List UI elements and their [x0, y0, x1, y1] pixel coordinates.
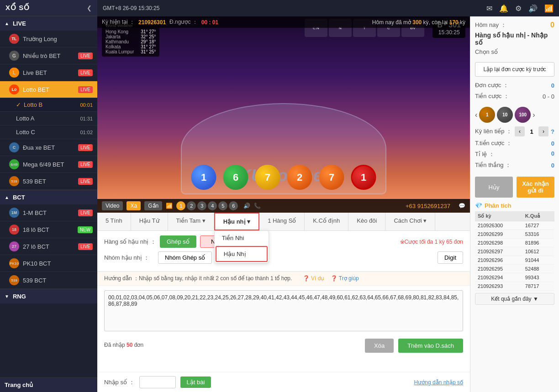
sidebar-item-mega[interactable]: 6/49 Mega 6/49 BET LIVE	[0, 156, 97, 173]
lotto-b-time: 00:01	[80, 102, 93, 108]
nhap-so-field[interactable]	[139, 376, 176, 388]
number-textarea[interactable]: 00,01,02,03,04,05,06,07,08,09,20,21,22,2…	[104, 290, 463, 331]
table-row: 21092629499343	[475, 273, 554, 282]
sidebar-item-27lo[interactable]: 27 27 lô BCT LIVE	[0, 238, 97, 255]
tab-1[interactable]: 1	[176, 201, 185, 210]
tab-haunhi-dropdown[interactable]: Hậu nhị ▾ Tiền Nhi Hậu Nhị	[214, 213, 259, 230]
d-nguoc-value: 00 : 01	[201, 19, 218, 26]
arrow-bct: ▲	[5, 195, 9, 200]
live-bet-label: Live BET	[23, 69, 76, 76]
lat-bai-btn[interactable]: Lật bài	[180, 376, 211, 388]
truong-long-icon: TL	[9, 34, 19, 44]
sidebar-item-truong-long[interactable]: TL Trường Long	[0, 31, 97, 47]
vi-du-link[interactable]: ❓ Ví dụ	[303, 275, 325, 282]
mega-label: Mega 6/49 BET	[23, 161, 76, 168]
xa-btn[interactable]: Xa	[127, 201, 141, 210]
tab-keodoi[interactable]: Kèo đôi	[348, 213, 385, 230]
tab-kcodinh[interactable]: K.Cố định	[305, 213, 348, 230]
volume-icon[interactable]: 🔊	[528, 4, 538, 13]
section-rng[interactable]: ▼ RNG	[0, 289, 97, 303]
tab-hautu[interactable]: Hậu Tứ	[131, 213, 168, 230]
tab-5[interactable]: 5	[218, 201, 227, 210]
weather-kathmandu: Kathmandu 29° 18°	[105, 39, 156, 44]
da-nhap: Đã nhập 50 đơn	[104, 342, 143, 348]
score-time: 15:30:25	[437, 29, 461, 36]
table-row: 21092629552488	[475, 265, 554, 273]
pk10-icon: PK10	[9, 258, 19, 268]
tab-1hangso[interactable]: 1 Hàng Số	[259, 213, 305, 230]
sidebar-item-539[interactable]: 539 539 BET LIVE	[0, 173, 97, 190]
lap-lai-btn[interactable]: Lập lại đơn cược kỳ trước	[475, 62, 554, 77]
section-live[interactable]: ▲ LIVE	[0, 16, 97, 31]
volume-ctrl-icon[interactable]: 🔊	[243, 203, 250, 209]
digit-btn-2[interactable]: Digit	[438, 251, 463, 264]
section-bct[interactable]: ▲ BCT	[0, 190, 97, 204]
ky-help[interactable]: ?	[551, 128, 554, 135]
phan-tich-label: Phân tích	[485, 202, 512, 209]
chat-icon[interactable]: 💬	[459, 203, 465, 209]
tab-tientam-dropdown[interactable]: Tiền Tam ▾	[168, 213, 214, 230]
tab-haunhi[interactable]: Hậu nhị ▾	[214, 213, 259, 230]
mail-icon[interactable]: ✉	[486, 4, 492, 13]
chip-100[interactable]: 100	[515, 107, 531, 123]
bell-icon[interactable]: 🔔	[499, 4, 508, 13]
lotto-bet-label: Lotto BET	[23, 86, 76, 93]
tab-2[interactable]: 2	[187, 201, 196, 210]
ky-prev-btn[interactable]: ‹	[515, 126, 525, 136]
number-actions: Xóa Thêm vào D.sách	[365, 339, 463, 353]
sidebar-item-539-bct[interactable]: 539 539 BCT	[0, 272, 97, 289]
sidebar-item-dua-xe[interactable]: C Đua xe BET LIVE	[0, 139, 97, 156]
hang-so-section: Hàng số hậu nhị ： Ghép số Digit ※Cược tố…	[97, 231, 470, 272]
ball-1-red: 1	[351, 165, 376, 190]
mega-badge: LIVE	[78, 161, 93, 168]
video-section: World Weather Hong Kong 31° 27° Jakarta …	[97, 16, 470, 213]
sidebar-item-nhieu-tro[interactable]: G Nhiều trò BET LIVE	[0, 47, 97, 64]
huy-btn[interactable]: Hủy	[475, 177, 513, 198]
section-trangchu[interactable]: Trang chủ	[0, 377, 97, 392]
video-top-bar: Kỳ hiện tại ： 210926301 Đ.ngược ： 00 : 0…	[97, 16, 470, 28]
kq-cell: 52488	[522, 265, 554, 273]
them-btn[interactable]: Thêm vào D.sách	[398, 339, 463, 353]
xoa-btn[interactable]: Xóa	[365, 339, 394, 353]
kq-cell: 99343	[522, 273, 554, 282]
ket-qua-btn[interactable]: Kết quả gần đây ▼	[475, 293, 554, 305]
wifi-icon[interactable]: 📶	[544, 4, 554, 13]
tro-giup-link[interactable]: ❓ Trợ giúp	[331, 275, 359, 282]
xacnhan-btn[interactable]: Xác nhận gửi đi	[517, 177, 554, 198]
sidebar-item-lotto-b[interactable]: ✓ Lotto B 00:01	[0, 98, 97, 112]
chip-1[interactable]: 1	[479, 107, 495, 123]
sidebar: XỔ SỐ ❮ ▲ LIVE TL Trường Long G Nhiều tr…	[0, 0, 97, 392]
tab-tientam[interactable]: Tiền Tam ▾	[168, 213, 214, 229]
dropdown-tiennhi[interactable]: Tiền Nhi	[215, 231, 269, 245]
sidebar-item-pk10[interactable]: PK10 PK10 BCT	[0, 255, 97, 272]
tab-5tinh[interactable]: 5 Tính	[97, 213, 131, 230]
ky-cell: 210926293	[475, 282, 522, 291]
tab-6[interactable]: 6	[229, 201, 238, 210]
gan-btn[interactable]: Gần	[144, 201, 162, 210]
sidebar-collapse-icon[interactable]: ❮	[87, 5, 92, 11]
sidebar-item-1m-bct[interactable]: 1M 1-M BCT LIVE	[0, 204, 97, 221]
nhom-ghep-btn[interactable]: Nhóm Ghép số	[158, 251, 212, 264]
sidebar-item-lotto-a[interactable]: Lotto A 01:31	[0, 112, 97, 125]
sidebar-item-lotto-c[interactable]: Lotto C 01:02	[0, 125, 97, 139]
chip-next[interactable]: ›	[533, 111, 535, 119]
sidebar-item-18lo[interactable]: 18 18 lô BCT NEW	[0, 221, 97, 238]
video-btn[interactable]: Video	[102, 201, 123, 210]
ghep-so-btn[interactable]: Ghép số	[160, 235, 196, 248]
weather-jakarta: Jakarta 32° 25°	[105, 34, 156, 39]
sidebar-item-lotto-bet[interactable]: Lo Lotto BET LIVE	[0, 81, 97, 98]
mo-count: 300	[412, 19, 422, 26]
ball-2: 2	[287, 165, 312, 190]
dropdown-haunhi[interactable]: Hậu Nhị	[216, 246, 268, 262]
tab-cacchoi[interactable]: Cách Chơi ▾	[385, 213, 435, 230]
tab-3[interactable]: 3	[197, 201, 206, 210]
sidebar-item-live-bet[interactable]: L Live BET LIVE	[0, 64, 97, 81]
nhieu-tro-label: Nhiều trò BET	[23, 52, 76, 59]
lotto-b-checkmark: ✓	[16, 101, 21, 108]
huong-dan-nhap-link[interactable]: Hướng dẫn nhập số	[414, 379, 463, 386]
chip-10[interactable]: 10	[497, 107, 513, 123]
settings-icon[interactable]: ⚙	[515, 4, 522, 13]
chip-prev[interactable]: ‹	[475, 111, 477, 119]
ky-next-btn[interactable]: ›	[538, 126, 548, 136]
tab-4[interactable]: 4	[208, 201, 217, 210]
